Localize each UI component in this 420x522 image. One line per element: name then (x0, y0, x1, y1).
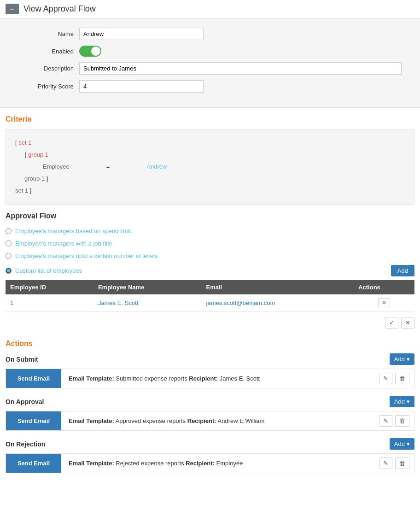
add-action-label-0: Add (394, 356, 405, 363)
criteria-box: [ set 1 { group 1 Employee = Andrew grou… (6, 129, 414, 205)
action-icons-0-0: ✎ 🗑 (374, 369, 414, 388)
name-label: Name (18, 30, 74, 37)
radio-input-2[interactable] (6, 240, 12, 246)
delete-action-button-2-0[interactable]: 🗑 (395, 457, 409, 469)
action-group-2: On Rejection Add ▾ Send Email Email Temp… (6, 438, 414, 473)
criteria-title: Criteria (6, 115, 414, 123)
employee-id-link[interactable]: 1 (10, 299, 13, 306)
action-row-2-0: Send Email Email Template: Rejected expe… (6, 453, 414, 473)
template-label-1-0: Email Template: (69, 417, 114, 424)
form-section: Name Enabled Description Priority Score (0, 18, 420, 108)
confirm-button[interactable]: ✓ (385, 317, 398, 328)
edit-action-button-2-0[interactable]: ✎ (379, 457, 392, 469)
name-field[interactable] (79, 28, 204, 40)
add-action-caret-0: ▾ (407, 356, 410, 363)
cell-email: james.scott@berijam.com (202, 294, 354, 311)
actions-title: Actions (6, 340, 414, 348)
action-group-label-1: On Approval (6, 398, 44, 405)
remove-employee-button[interactable]: ✕ (378, 298, 390, 307)
radio-label-3: Employee's managers upto a certain numbe… (15, 252, 158, 259)
criteria-section: Criteria [ set 1 { group 1 Employee = An… (0, 108, 420, 212)
radio-option-2[interactable]: Employee's managers with a job title (6, 240, 414, 247)
action-badge-1-0: Send Email (6, 411, 61, 430)
approval-flow-section: Approval Flow Employee's managers based … (0, 212, 420, 340)
action-group-header-1: On Approval Add ▾ (6, 396, 414, 407)
add-action-button-1[interactable]: Add ▾ (390, 396, 414, 407)
template-label-2-0: Email Template: (69, 460, 114, 467)
action-detail-2-0: Email Template: Rejected expense reports… (61, 455, 374, 471)
actions-section: Actions On Submit Add ▾ Send Email Email… (0, 340, 420, 473)
priority-field[interactable] (79, 80, 204, 93)
edit-action-button-0-0[interactable]: ✎ (379, 373, 392, 384)
approval-flow-title: Approval Flow (6, 212, 414, 220)
col-email: Email (202, 280, 354, 294)
template-label-0-0: Email Template: (69, 375, 114, 382)
radio-option-4[interactable]: Custom list of employees (6, 267, 82, 274)
action-row-0-0: Send Email Email Template: Submitted exp… (6, 369, 414, 388)
delete-action-button-0-0[interactable]: 🗑 (395, 373, 409, 384)
action-group-header-0: On Submit Add ▾ (6, 353, 414, 365)
action-group-label-2: On Rejection (6, 440, 45, 448)
template-value-2-0: Rejected expense reports (116, 460, 186, 467)
add-action-button-2[interactable]: Add ▾ (390, 438, 414, 450)
table-header-row: Employee ID Employee Name Email Actions (6, 280, 414, 294)
description-field[interactable] (79, 62, 402, 75)
radio-label-4: Custom list of employees (15, 267, 82, 274)
template-value-1-0: Approved expense reports (116, 417, 187, 424)
action-detail-1-0: Email Template: Approved expense reports… (61, 413, 374, 429)
table-row: 1 James E. Scott james.scott@berijam.com… (6, 294, 414, 311)
cancel-row-button[interactable]: ✕ (401, 317, 414, 328)
radio-option-1[interactable]: Employee's managers based on spend limit… (6, 228, 414, 235)
add-employee-button[interactable]: Add (391, 265, 414, 276)
action-badge-2-0: Send Email (6, 454, 61, 473)
employee-name-link[interactable]: James E. Scott (98, 299, 138, 306)
delete-action-button-1-0[interactable]: 🗑 (395, 415, 409, 427)
action-group-label-0: On Submit (6, 356, 38, 363)
add-action-caret-2: ▾ (407, 440, 410, 447)
criteria-set-close: set 1 ] (15, 185, 405, 197)
add-action-caret-1: ▾ (407, 398, 410, 405)
action-icons-1-0: ✎ 🗑 (374, 411, 414, 430)
radio-input-4[interactable] (6, 268, 12, 274)
criteria-group-open: { group 1 (24, 149, 405, 161)
add-action-button-0[interactable]: Add ▾ (390, 353, 414, 365)
description-label: Description (18, 65, 74, 72)
employee-email-link[interactable]: james.scott@berijam.com (206, 299, 275, 306)
edit-action-button-1-0[interactable]: ✎ (379, 415, 392, 427)
radio-label-2: Employee's managers with a job title (15, 240, 112, 247)
enabled-row: Enabled (18, 46, 402, 57)
table-confirm-row: ✓ ✕ (6, 315, 414, 334)
action-icons-2-0: ✎ 🗑 (374, 454, 414, 473)
radio-label-1: Employee's managers based on spend limit… (15, 228, 133, 235)
back-button[interactable]: ← (6, 4, 19, 14)
recipient-label-2-0: Recipient: (186, 460, 215, 467)
recipient-value-2-0: Employee (216, 460, 243, 467)
criteria-rule: Employee = Andrew (43, 161, 405, 173)
recipient-value-1-0: Andrew E William (218, 417, 265, 424)
col-employee-name: Employee Name (93, 280, 202, 294)
cell-employee-id: 1 (6, 294, 93, 311)
description-row: Description (18, 62, 402, 75)
enabled-label: Enabled (18, 48, 74, 55)
custom-list-header: Custom list of employees Add (6, 265, 414, 276)
criteria-group-close: group 1 } (24, 173, 405, 185)
cell-employee-name: James E. Scott (93, 294, 202, 311)
priority-row: Priority Score (18, 80, 402, 93)
action-detail-0-0: Email Template: Submitted expense report… (61, 370, 374, 387)
col-actions: Actions (354, 280, 414, 294)
recipient-label-1-0: Recipient: (187, 417, 216, 424)
radio-option-3[interactable]: Employee's managers upto a certain numbe… (6, 252, 414, 259)
action-group-header-2: On Rejection Add ▾ (6, 438, 414, 450)
recipient-label-0-0: Recipient: (189, 375, 218, 382)
radio-input-3[interactable] (6, 253, 12, 259)
enabled-toggle[interactable] (79, 46, 101, 57)
action-group-0: On Submit Add ▾ Send Email Email Templat… (6, 353, 414, 388)
col-employee-id: Employee ID (6, 280, 93, 294)
employee-table: Employee ID Employee Name Email Actions … (6, 280, 414, 311)
radio-input-1[interactable] (6, 228, 12, 234)
action-row-1-0: Send Email Email Template: Approved expe… (6, 411, 414, 431)
page-title: View Approval Flow (23, 4, 96, 14)
enabled-toggle-wrap (79, 46, 101, 57)
recipient-value-0-0: James E. Scott (220, 375, 260, 382)
action-group-1: On Approval Add ▾ Send Email Email Templ… (6, 396, 414, 431)
